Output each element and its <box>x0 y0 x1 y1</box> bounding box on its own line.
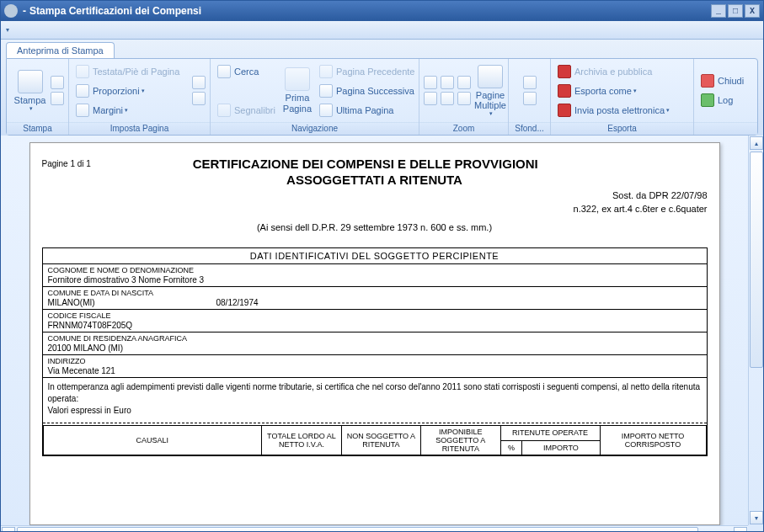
horizontal-thumb[interactable] <box>17 527 732 533</box>
val-cognome: Fornitore dimostrativo 3 Nome Fornitore … <box>48 274 702 285</box>
sost-note: Sost. da DPR 22/07/98 <box>42 190 708 200</box>
scale-icon <box>76 84 89 98</box>
minimize-button[interactable]: _ <box>711 4 726 18</box>
first-page-button: Prima Pagina <box>279 66 316 114</box>
invia-email-button[interactable]: Invia posta elettronica▾ <box>554 101 690 120</box>
pdf-icon <box>558 65 571 78</box>
quick-access-bar: ▾ <box>1 21 763 40</box>
margini-button[interactable]: Margini▾ <box>72 101 191 120</box>
search-icon <box>217 65 231 78</box>
page-setup-button[interactable] <box>51 92 64 105</box>
ribbon: Stampa ▾ Stampa Testata/Piè di Pagina Pr… <box>6 58 758 136</box>
ribbon-tabstrip: Anteprima di Stampa <box>6 40 758 58</box>
chiudi-button[interactable]: Chiudi <box>697 72 747 90</box>
multi-page-icon <box>478 65 503 88</box>
scroll-up-button[interactable]: ▴ <box>750 136 763 150</box>
scroll-down-button[interactable]: ▾ <box>750 511 763 524</box>
panel-title-zoom: Zoom <box>419 122 508 135</box>
col-nonsogg: NON SOGGETTO A RITENUTA <box>341 426 420 455</box>
section-header: DATI IDENTIFICATIVI DEL SOGGETTO PERCIPI… <box>43 248 707 264</box>
scroll-left-button[interactable]: ◂ <box>2 527 15 533</box>
title-sep: - <box>23 5 26 17</box>
zoom-out-button[interactable] <box>424 92 437 105</box>
margins-icon <box>76 104 89 117</box>
close-window-button[interactable]: X <box>745 4 760 18</box>
panel-title-stampa: Stampa <box>7 122 68 135</box>
lbl-comdata: COMUNE E DATA DI NASCITA <box>48 289 702 297</box>
doc-title-1: CERTIFICAZIONE DEI COMPENSI E DELLE PROV… <box>91 157 640 171</box>
panel-title-imposta: Imposta Pagina <box>69 122 210 135</box>
quick-print-button[interactable] <box>51 76 64 89</box>
title-bar: - Stampa Certificazioni dei Compensi _ □… <box>1 1 763 21</box>
lbl-cognome: COGNOME E NOME O DENOMINAZIONE <box>48 266 702 274</box>
vertical-scrollbar[interactable]: ▴ ▾ <box>748 136 763 525</box>
first-page-icon <box>285 67 310 91</box>
printer-icon <box>18 70 43 93</box>
next-page-button[interactable]: Pagina Successiva <box>316 82 419 100</box>
pointer-tool-button[interactable] <box>424 76 437 89</box>
val-res: 20100 MILANO (MI) <box>48 343 702 353</box>
prev-icon <box>319 65 333 78</box>
orientation-button[interactable] <box>192 76 206 89</box>
horizontal-scrollbar[interactable]: ◂ ▸ <box>1 525 748 532</box>
art-note: n.322, ex art.4 c.6ter e c.6quater <box>42 204 708 214</box>
page-indicator: Pagine 1 di 1 <box>42 159 91 168</box>
proporzioni-button[interactable]: Proporzioni▾ <box>72 82 191 100</box>
prev-page-button: Pagina Precedente <box>316 62 419 81</box>
col-perc: % <box>500 440 522 455</box>
panel-title-nav: Navigazione <box>211 122 419 135</box>
last-icon <box>319 104 333 117</box>
col-importo: IMPORTO <box>522 440 600 455</box>
close-icon <box>701 74 714 88</box>
bookmark-icon <box>217 104 231 117</box>
log-button[interactable]: Log <box>697 91 747 109</box>
email-icon <box>558 104 571 117</box>
doc-title-2: ASSOGGETTATI A RITENUTA <box>42 173 708 187</box>
val-cf: FRNNM074T08F205Q <box>48 320 702 330</box>
zoom-in-button[interactable] <box>457 92 471 105</box>
preview-page: Pagine 1 di 1 CERTIFICAZIONE DEI COMPENS… <box>29 142 720 525</box>
segnalibri-button: Segnalibri <box>214 101 279 120</box>
watermark-button[interactable] <box>523 92 537 105</box>
scroll-right-button[interactable]: ▸ <box>734 527 747 533</box>
col-netto: IMPORTO NETTO CORRISPOSTO <box>600 426 706 455</box>
columns-header: CAUSALI TOTALE LORDO AL NETTO I.V.A. NON… <box>43 425 707 455</box>
document-area: Pagine 1 di 1 CERTIFICAZIONE DEI COMPENS… <box>1 136 763 525</box>
archivia-button: Archivia e pubblica <box>554 62 690 81</box>
col-ritenute: RITENUTE OPERATE <box>500 426 600 441</box>
val-comune: MILANO(MI) <box>48 298 216 307</box>
header-footer-button: Testata/Piè di Pagina <box>72 62 191 81</box>
size-button[interactable] <box>192 92 206 105</box>
lbl-cf: CODICE FISCALE <box>48 311 702 320</box>
multi-page-button[interactable]: Pagine Multiple▾ <box>472 63 509 119</box>
sensi-note: (Ai sensi dell D.P.R. 29 settembre 1973 … <box>42 222 708 232</box>
magnifier-button[interactable] <box>457 76 471 89</box>
window-title: Stampa Certificazioni dei Compensi <box>29 5 201 17</box>
tab-anteprima[interactable]: Anteprima di Stampa <box>6 42 115 58</box>
val-ind: Via Mecenate 121 <box>48 365 702 375</box>
lbl-res: COMUNE DI RESIDENZA ANAGRAFICA <box>48 334 702 343</box>
vertical-thumb[interactable] <box>750 152 763 509</box>
esporta-come-button[interactable]: Esporta come▾ <box>554 82 690 100</box>
export-icon <box>558 84 571 98</box>
hand-tool-button[interactable] <box>441 76 454 89</box>
col-causali: CAUSALI <box>43 426 262 455</box>
print-button[interactable]: Stampa ▾ <box>10 68 50 114</box>
page-color-button[interactable] <box>523 76 537 89</box>
panel-title-sfondo: Sfond... <box>509 122 550 135</box>
maximize-button[interactable]: □ <box>728 4 743 18</box>
body-text-1: In ottemperanza agli adempimenti previst… <box>48 381 702 405</box>
body-text-2: Valori espressi in Euro <box>48 405 702 417</box>
log-icon <box>701 93 714 107</box>
cerca-button[interactable]: Cerca <box>214 62 279 81</box>
panel-title-esporta: Esporta <box>551 122 693 135</box>
zoom-level-button[interactable] <box>441 92 454 105</box>
val-data: 08/12/1974 <box>216 298 259 307</box>
lbl-ind: INDIRIZZO <box>48 357 702 365</box>
quick-menu-icon[interactable]: ▾ <box>6 26 9 34</box>
next-icon <box>319 84 333 98</box>
last-page-button[interactable]: Ultima Pagina <box>316 101 419 120</box>
print-label: Stampa <box>14 95 46 105</box>
col-totale: TOTALE LORDO AL NETTO I.V.A. <box>262 426 341 455</box>
col-imponibile: IMPONIBILE SOGGETTO A RITENUTA <box>421 426 500 455</box>
